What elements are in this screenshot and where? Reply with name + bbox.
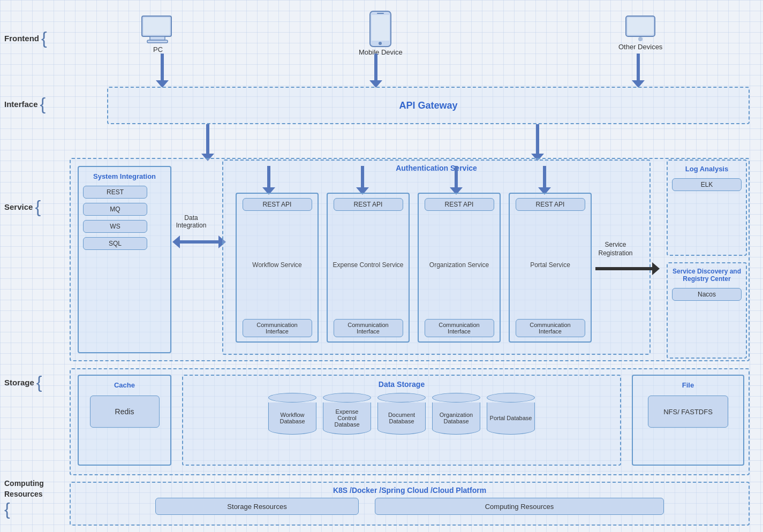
svg-rect-3 — [143, 18, 170, 35]
computing-resources-label: Computing Resources — [375, 498, 664, 515]
svg-rect-2 — [147, 40, 168, 43]
arrow-to-portal — [538, 166, 551, 195]
workflow-service-label: Workflow Service — [249, 214, 305, 316]
computing-outer-box: K8S /Docker /Spring Cloud /Cloud Platfor… — [70, 482, 750, 526]
log-analysis-title: Log Analysis — [672, 165, 742, 173]
expense-service-box: REST API Expense Control Service Communi… — [327, 193, 410, 343]
file-title: File — [637, 381, 739, 389]
workflow-db: Workflow Database — [268, 393, 316, 435]
svg-rect-5 — [372, 15, 389, 41]
org-db-label: Organization Database — [435, 412, 478, 424]
sql-item: SQL — [83, 237, 147, 250]
arrow-gw-right — [531, 124, 544, 161]
portal-comm-label: Communication Interface — [516, 319, 585, 337]
service-registration-arrow — [595, 262, 660, 275]
portal-db-label: Portal Database — [490, 415, 532, 421]
api-gateway-box: API Gateway — [107, 87, 750, 124]
pc-device: PC — [139, 13, 177, 54]
cache-title: Cache — [83, 381, 166, 389]
pc-label: PC — [153, 45, 163, 54]
portal-rest-label: REST API — [516, 198, 585, 211]
workflow-comm-label: Communication Interface — [243, 319, 312, 337]
elk-label: ELK — [672, 178, 742, 191]
svg-rect-1 — [150, 36, 165, 40]
arrow-to-workflow — [262, 166, 275, 195]
expense-db-label: Expense Control Database — [326, 408, 368, 428]
org-db: Organization Database — [432, 393, 480, 435]
data-storage-title: Data Storage — [187, 380, 616, 389]
arrow-mobile-to-gateway — [369, 54, 382, 88]
portal-service-box: REST API Portal Service Communication In… — [509, 193, 592, 343]
service-registration-label: Service Registration — [595, 241, 636, 257]
sys-integration-title: System Integration — [83, 172, 166, 180]
document-db-label: Document Database — [380, 412, 423, 424]
redis-label: Redis — [90, 396, 160, 428]
expense-db: Expense Control Database — [323, 393, 371, 435]
svg-point-10 — [638, 37, 643, 41]
workflow-db-label: Workflow Database — [271, 412, 314, 424]
label-computing: Computing Resources { — [4, 479, 44, 518]
label-storage: Storage { — [4, 374, 42, 391]
mobile-device: Mobile Device — [359, 10, 403, 56]
svg-point-6 — [379, 42, 382, 45]
expense-service-label: Expense Control Service — [329, 214, 406, 316]
arrow-to-expense — [356, 166, 369, 195]
document-db: Document Database — [377, 393, 426, 435]
org-service-label: Organization Service — [426, 214, 492, 316]
portal-db: Portal Database — [487, 393, 535, 435]
arrow-to-org — [450, 166, 463, 195]
api-gateway-label: API Gateway — [399, 100, 457, 111]
system-integration-box: System Integration REST MQ WS SQL — [78, 166, 171, 353]
label-interface: Interface { — [4, 95, 46, 112]
data-storage-box: Data Storage Workflow Database Expense C… — [182, 375, 621, 466]
data-integration-arrow — [172, 235, 226, 248]
label-frontend: Frontend { — [4, 29, 47, 47]
label-service: Service { — [4, 198, 41, 215]
portal-service-label: Portal Service — [527, 214, 573, 316]
other-devices: Other Devices — [618, 13, 662, 51]
data-integration-label: Data Integration — [172, 214, 210, 229]
arrow-other-to-gateway — [632, 54, 645, 88]
storage-resources-label: Storage Resources — [155, 498, 359, 515]
org-rest-label: REST API — [425, 198, 494, 211]
mq-item: MQ — [83, 203, 147, 216]
arrow-gw-left — [201, 124, 214, 161]
computing-platform-label: K8S /Docker /Spring Cloud /Cloud Platfor… — [71, 483, 749, 495]
discovery-box: Service Discovery and Registry Center Na… — [667, 262, 747, 359]
other-devices-label: Other Devices — [618, 43, 662, 51]
auth-service-title: Authentication Service — [223, 161, 649, 172]
workflow-service-box: REST API Workflow Service Communication … — [236, 193, 319, 343]
discovery-title: Service Discovery and Registry Center — [672, 268, 742, 283]
cache-box: Cache Redis — [78, 375, 171, 466]
arrow-pc-to-gateway — [156, 54, 169, 88]
expense-rest-label: REST API — [334, 198, 403, 211]
expense-comm-label: Communication Interface — [334, 319, 403, 337]
svg-rect-7 — [377, 13, 384, 14]
rest-item: REST — [83, 186, 147, 199]
nfs-label: NFS/ FASTDFS — [648, 396, 728, 428]
svg-rect-9 — [628, 18, 653, 35]
org-service-box: REST API Organization Service Communicat… — [418, 193, 501, 343]
nacos-label: Nacos — [672, 288, 742, 301]
ws-item: WS — [83, 220, 147, 233]
diagram: Frontend { Interface { Service { Storage… — [0, 0, 763, 532]
org-comm-label: Communication Interface — [425, 319, 494, 337]
workflow-rest-label: REST API — [243, 198, 312, 211]
log-analysis-box: Log Analysis ELK — [667, 159, 747, 256]
file-box: File NFS/ FASTDFS — [632, 375, 744, 466]
